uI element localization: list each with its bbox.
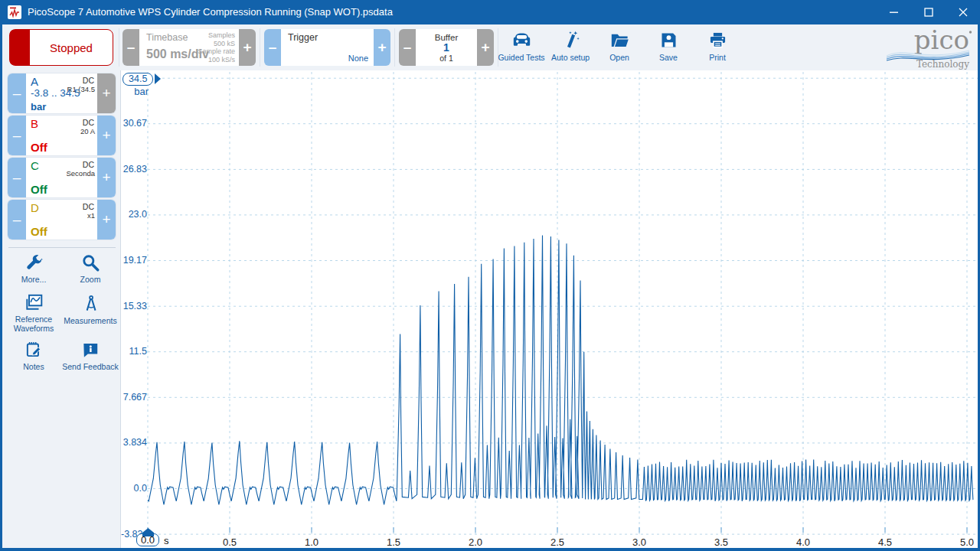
channel-b-probe: 20 A [80, 127, 95, 135]
trigger-decrease-button[interactable]: – [264, 29, 281, 66]
magnifier-icon [80, 253, 100, 272]
print-button[interactable]: Print [696, 28, 739, 62]
channel-b-label: B [31, 117, 38, 130]
svg-text:Technology: Technology [916, 59, 969, 70]
channel-d-status: Off [31, 225, 47, 238]
channel-a-unit: bar [31, 101, 46, 112]
notes-icon [24, 340, 44, 360]
y-tick-label: 26.83 [121, 164, 147, 174]
timebase-label: Timebase [146, 32, 188, 43]
waveform-plot[interactable] [121, 70, 978, 548]
channel-d-increase-button[interactable]: + [97, 200, 116, 240]
buffer-next-button[interactable]: + [477, 29, 494, 66]
auto-setup-button[interactable]: Auto setup [547, 28, 593, 62]
toolbar-separator [260, 28, 260, 67]
x-tick-label: 3.5 [706, 536, 737, 548]
timebase-increase-button[interactable]: + [239, 29, 256, 66]
x-tick-label: 2.5 [542, 536, 573, 548]
channel-a-label: A [31, 75, 38, 88]
x-tick-label: 2.0 [460, 536, 491, 548]
toolbar: Stopped – Timebase 500 ms/div Samples 50… [2, 24, 978, 70]
channel-b-panel[interactable]: – B DC 20 A Off + [8, 116, 116, 155]
channel-a-range: -3.8 .. 34.5 [31, 87, 80, 99]
x-tick-label: 3.0 [624, 536, 655, 548]
feedback-bubble-icon [80, 340, 100, 360]
reference-waveforms-button[interactable]: Reference Waveforms [5, 292, 62, 333]
channel-d-label: D [31, 201, 39, 214]
y-tick-label: 23.0 [121, 209, 147, 220]
start-stop-button[interactable]: Stopped [9, 29, 113, 66]
save-button[interactable]: Save [647, 28, 690, 62]
channel-b-status: Off [31, 141, 47, 154]
x-tick-label: 5.0 [952, 536, 980, 548]
channel-a-coupling: DC [83, 76, 94, 85]
channel-sidebar: – A DC R1 (34.5 -3.8 .. 34.5 bar + – B D… [2, 70, 120, 548]
timebase-decrease-button[interactable]: – [122, 29, 139, 66]
guided-tests-button[interactable]: Guided Tests [497, 28, 546, 62]
channel-c-panel[interactable]: – C DC Seconda Off + [8, 158, 116, 197]
channel-d-panel[interactable]: – D DC x1 Off + [8, 200, 116, 240]
channel-c-increase-button[interactable]: + [97, 158, 116, 197]
x-tick-label: 4.0 [788, 536, 818, 548]
channel-d-decrease-button[interactable]: – [8, 200, 26, 240]
printer-icon [707, 30, 728, 51]
app-icon [8, 5, 21, 22]
buffer-value: 1 [443, 42, 449, 54]
channel-c-decrease-button[interactable]: – [8, 158, 26, 197]
x-tick-label: 4.5 [870, 536, 900, 548]
y-tick-label: 30.67 [121, 118, 147, 129]
x-tick-label: 1.0 [296, 536, 327, 548]
x-tick-label: 1.5 [378, 536, 409, 548]
minimize-button[interactable] [877, 0, 911, 24]
close-icon [959, 8, 968, 17]
open-button[interactable]: Open [598, 28, 641, 62]
timebase-sample-info: Samples 500 kS Sample rate 100 kS/s [198, 31, 235, 64]
trigger-mode-value[interactable]: None [348, 54, 368, 63]
stop-label: Stopped [30, 30, 113, 65]
x-axis-unit: s [164, 535, 169, 546]
y-axis-max-badge[interactable]: 34.5 [122, 73, 153, 86]
trigger-label: Trigger [288, 32, 318, 43]
x-tick-label: 0.5 [214, 536, 245, 548]
more-button[interactable]: More... [5, 253, 62, 284]
close-button[interactable] [946, 0, 980, 24]
y-tick-label: 7.667 [121, 392, 147, 403]
notes-button[interactable]: Notes [5, 340, 62, 371]
window-title: PicoScope 7 Automotive WPS Cylinder Comp… [28, 0, 393, 24]
pico-technology-logo: pico Technology [880, 25, 974, 70]
channel-a-increase-button[interactable]: + [97, 73, 116, 113]
maximize-button[interactable] [911, 0, 946, 24]
maximize-icon [924, 8, 933, 17]
channel-c-status: Off [31, 183, 47, 196]
time-zero-marker[interactable] [142, 526, 154, 540]
measurements-button[interactable]: Measurements [62, 294, 119, 325]
channel-b-decrease-button[interactable]: – [8, 116, 26, 155]
svg-text:pico: pico [914, 25, 969, 55]
wrench-icon [24, 253, 44, 272]
sidebar-divider [8, 247, 116, 248]
title-bar: PicoScope 7 Automotive WPS Cylinder Comp… [0, 0, 980, 24]
channel-a-decrease-button[interactable]: – [8, 73, 26, 113]
buffer-label: Buffer [435, 33, 458, 42]
channel-c-label: C [31, 159, 39, 172]
channel-d-probe: x1 [87, 211, 95, 220]
channel-b-increase-button[interactable]: + [97, 116, 116, 155]
channel-c-coupling: DC [83, 160, 94, 169]
buffer-control: – Buffer 1 of 1 + [399, 29, 494, 66]
buffer-previous-button[interactable]: – [399, 29, 416, 66]
channel-b-coupling: DC [83, 118, 94, 127]
y-tick-label: 15.33 [121, 301, 147, 311]
toolbar-separator [119, 28, 119, 67]
channel-c-probe: Seconda [66, 169, 95, 178]
y-axis-max-arrow [155, 73, 161, 84]
reference-waveforms-icon [24, 292, 44, 312]
channel-d-coupling: DC [83, 202, 94, 211]
stop-indicator [10, 30, 30, 65]
channel-a-panel[interactable]: – A DC R1 (34.5 -3.8 .. 34.5 bar + [8, 73, 116, 113]
send-feedback-button[interactable]: Send Feedback [62, 340, 119, 371]
zoom-button[interactable]: Zoom [62, 253, 119, 284]
trigger-increase-button[interactable]: + [374, 29, 390, 66]
timebase-control: – Timebase 500 ms/div Samples 500 kS Sam… [122, 29, 256, 66]
toolbar-separator [394, 28, 395, 67]
buffer-count: of 1 [439, 54, 453, 63]
